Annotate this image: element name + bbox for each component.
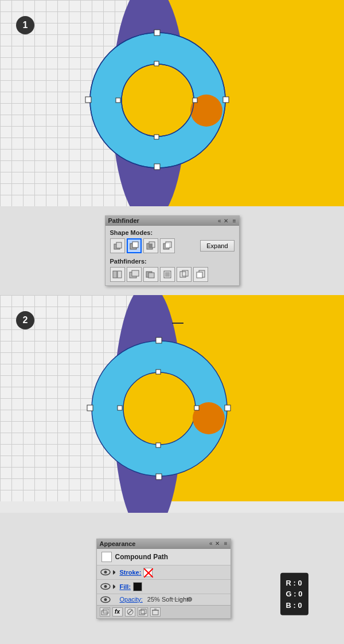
shape-modes-row: Expand [110, 238, 234, 253]
stroke-label[interactable]: Stroke: [120, 569, 142, 576]
canvas-section-2: 2 [0, 295, 344, 513]
svg-rect-10 [193, 98, 197, 103]
opacity-row: Opacity: 25% Soft Light [97, 594, 230, 605]
panel-collapse-icon[interactable]: « [218, 218, 221, 224]
pathfinder-section: Pathfinder « ✕ ≡ Shape Modes: [0, 206, 344, 295]
svg-rect-24 [118, 271, 122, 278]
svg-rect-43 [194, 406, 199, 410]
rgb-g-value: G : 0 [286, 588, 303, 600]
svg-rect-7 [154, 164, 160, 170]
svg-rect-40 [156, 474, 162, 480]
svg-point-51 [104, 585, 107, 588]
svg-rect-45 [118, 406, 122, 410]
appearance-section: Appearance « ✕ ≡ Compound Path [0, 513, 344, 644]
svg-rect-60 [153, 610, 158, 615]
svg-rect-44 [156, 443, 161, 447]
app-close-icon[interactable]: ✕ [215, 540, 220, 547]
ring-svg [83, 26, 232, 180]
pathfinders-label: Pathfinders: [110, 258, 234, 265]
opacity-label[interactable]: Opacity: [120, 596, 143, 603]
svg-rect-14 [116, 242, 122, 248]
rgb-tooltip: R : 0 G : 0 B : 0 [280, 572, 308, 615]
pathfinder-title: Pathfinder [108, 217, 139, 224]
app-menu-icon[interactable]: ≡ [224, 540, 228, 547]
svg-rect-22 [166, 244, 169, 248]
appearance-panel: Appearance « ✕ ≡ Compound Path [96, 539, 231, 619]
step-badge-2: 2 [16, 311, 34, 329]
svg-rect-34 [197, 272, 202, 278]
fill-row: Fill: [97, 580, 230, 594]
pathfinder-panel: Pathfinder « ✕ ≡ Shape Modes: [105, 215, 240, 286]
crop-button[interactable] [160, 267, 175, 282]
svg-rect-42 [156, 370, 161, 374]
pathfinder-titlebar: Pathfinder « ✕ ≡ [105, 216, 239, 226]
svg-point-36 [123, 372, 196, 445]
svg-rect-28 [148, 273, 154, 278]
pathfinder-body: Shape Modes: Expand [105, 226, 239, 285]
divide-button[interactable] [110, 267, 125, 282]
svg-rect-19 [149, 244, 153, 248]
panel-menu-icon[interactable]: ≡ [233, 218, 236, 224]
outline-button[interactable] [177, 267, 191, 282]
rgb-r-value: R : 0 [286, 577, 303, 588]
merge-button[interactable] [143, 267, 158, 282]
trim-button[interactable] [127, 267, 142, 282]
rgb-b-value: B : 0 [286, 599, 303, 611]
appearance-title: Appearance [100, 540, 136, 547]
clear-appearance-button[interactable] [125, 607, 135, 616]
panel-controls: « ✕ ≡ [218, 218, 236, 224]
svg-rect-8 [85, 97, 91, 103]
fill-swatch[interactable] [133, 582, 142, 591]
compound-path-swatch [101, 552, 112, 562]
connector-line [172, 599, 186, 599]
svg-rect-39 [225, 405, 230, 411]
duplicate-button[interactable] [138, 607, 148, 616]
shape-modes-label: Shape Modes: [110, 229, 234, 236]
svg-rect-12 [116, 98, 120, 103]
svg-rect-9 [154, 61, 159, 66]
delete-button[interactable] [150, 607, 161, 616]
fill-expand-arrow[interactable] [113, 584, 118, 589]
svg-rect-6 [223, 97, 229, 103]
svg-rect-58 [139, 610, 144, 615]
svg-rect-5 [154, 30, 160, 36]
expand-button[interactable]: Expand [200, 240, 234, 252]
panel-close-icon[interactable]: ✕ [224, 218, 228, 224]
compound-path-label: Compound Path [115, 553, 169, 561]
app-collapse-icon[interactable]: « [209, 540, 213, 547]
unite-button[interactable] [110, 238, 125, 253]
add-effect-button[interactable]: fx [112, 607, 123, 616]
new-layer-button[interactable] [100, 607, 110, 616]
ring-svg-2 [85, 329, 234, 490]
exclude-button[interactable] [160, 238, 175, 253]
connector-dot [187, 597, 192, 602]
intersect-button[interactable] [143, 238, 158, 253]
app-panel-controls: « ✕ ≡ [209, 540, 227, 547]
svg-point-47 [104, 571, 107, 574]
svg-rect-38 [156, 337, 162, 343]
minus-back-button[interactable] [193, 267, 208, 282]
svg-rect-26 [132, 270, 139, 276]
appearance-footer: fx [97, 605, 230, 618]
opacity-visibility-icon[interactable] [100, 596, 111, 603]
svg-rect-23 [113, 271, 117, 278]
svg-rect-30 [165, 272, 170, 277]
fill-label[interactable]: Fill: [120, 583, 131, 590]
svg-rect-11 [154, 135, 159, 139]
svg-rect-41 [87, 405, 93, 411]
step-badge-1: 1 [16, 16, 34, 34]
stroke-expand-arrow[interactable] [113, 570, 118, 575]
appearance-titlebar: Appearance « ✕ ≡ [97, 539, 230, 549]
svg-rect-16 [132, 242, 138, 248]
canvas-section-1: 1 [0, 0, 344, 206]
pathfinders-row [110, 267, 234, 282]
compound-path-header: Compound Path [97, 549, 230, 566]
svg-rect-59 [141, 609, 146, 614]
stroke-visibility-icon[interactable] [100, 568, 111, 576]
stroke-row: Stroke: [97, 566, 230, 580]
svg-point-53 [104, 598, 107, 601]
minus-indicator [172, 323, 183, 324]
fill-visibility-icon[interactable] [100, 583, 111, 590]
minus-front-button[interactable] [127, 238, 142, 253]
stroke-swatch[interactable] [143, 568, 153, 577]
